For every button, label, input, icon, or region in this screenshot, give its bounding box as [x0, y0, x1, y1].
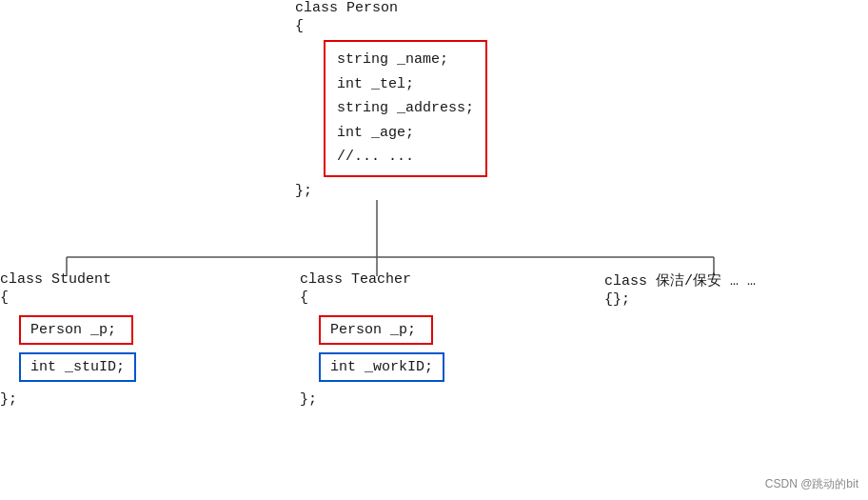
- teacher-brace-open: {: [300, 290, 444, 306]
- watermark: CSDN @跳动的bit: [765, 476, 858, 492]
- student-brace-open: {: [0, 290, 136, 306]
- other-class-name: class 保洁/保安 … …: [604, 271, 756, 290]
- teacher-person-field: Person _p;: [319, 315, 433, 345]
- student-id-field: int _stuID;: [19, 352, 136, 382]
- person-field-4: //... ...: [337, 145, 474, 170]
- student-person-field: Person _p;: [19, 315, 133, 345]
- teacher-class-name: class Teacher: [300, 271, 444, 288]
- other-brace: {};: [604, 291, 756, 308]
- teacher-brace-close: };: [300, 391, 444, 408]
- person-field-0: string _name;: [337, 48, 474, 72]
- person-fields-box: string _name; int _tel; string _address;…: [324, 40, 487, 177]
- student-class-name: class Student: [0, 271, 136, 288]
- person-brace-close: };: [295, 183, 487, 199]
- teacher-id-field: int _workID;: [319, 352, 444, 382]
- person-class: class Person { string _name; int _tel; s…: [295, 0, 487, 199]
- diagram-container: class Person { string _name; int _tel; s…: [0, 0, 868, 500]
- student-brace-close: };: [0, 391, 136, 408]
- person-brace-open: {: [295, 18, 487, 34]
- person-class-name: class Person: [295, 0, 487, 16]
- other-class: class 保洁/保安 … … {};: [604, 271, 756, 313]
- student-class: class Student { Person _p; int _stuID; }…: [0, 271, 136, 408]
- person-field-3: int _age;: [337, 121, 474, 146]
- teacher-class: class Teacher { Person _p; int _workID; …: [300, 271, 444, 408]
- person-field-2: string _address;: [337, 96, 474, 121]
- person-field-1: int _tel;: [337, 72, 474, 97]
